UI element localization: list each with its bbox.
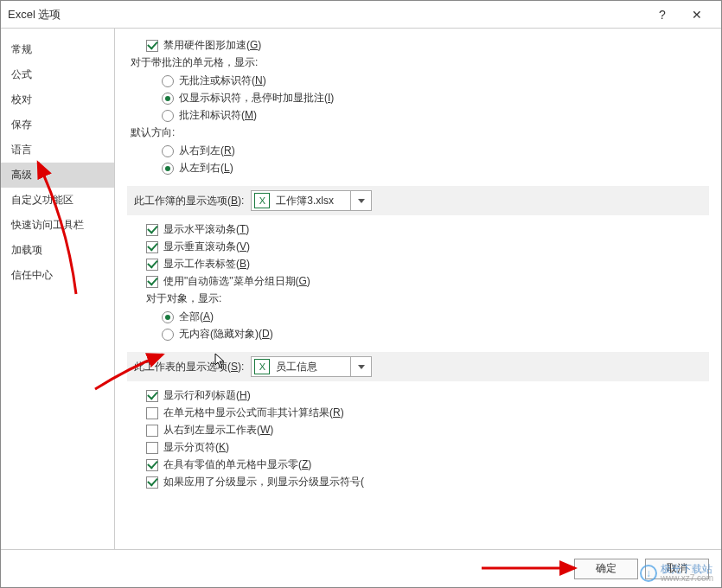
sidebar-item-label: 公式: [11, 68, 32, 80]
sidebar-item-label: 快速访问工具栏: [11, 219, 84, 231]
chevron-down-icon[interactable]: [350, 190, 371, 211]
radio-icon[interactable]: [162, 75, 174, 87]
objects-all[interactable]: 全部(A): [131, 310, 706, 324]
show-outline-symbols[interactable]: 如果应用了分级显示，则显示分级显示符号(: [131, 475, 706, 489]
objects-header: 对于对象，显示:: [131, 291, 706, 306]
sidebar-item-label: 保存: [11, 118, 32, 131]
radio-icon[interactable]: [162, 163, 174, 175]
checkbox-icon[interactable]: [146, 459, 158, 471]
dir-ltr[interactable]: 从左到右(L): [131, 161, 706, 176]
dialog-footer: 确定 取消: [1, 549, 721, 587]
combo-value: 工作簿3.xlsx: [272, 194, 350, 208]
chevron-down-icon[interactable]: [350, 356, 371, 377]
sidebar-item-customize-ribbon[interactable]: 自定义功能区: [1, 188, 114, 213]
sidebar-item-label: 加载项: [11, 244, 42, 256]
sidebar-item-trust-center[interactable]: 信任中心: [1, 263, 114, 288]
window-title: Excel 选项: [8, 7, 645, 22]
show-page-breaks[interactable]: 显示分页符(K): [131, 440, 706, 455]
checkbox-icon[interactable]: [146, 476, 158, 489]
checkbox-icon[interactable]: [146, 241, 158, 253]
disable-hw-accel-row[interactable]: 禁用硬件图形加速(G): [131, 38, 706, 53]
rtl-sheet[interactable]: 从右到左显示工作表(W): [131, 423, 706, 438]
checkbox-icon[interactable]: [146, 390, 158, 402]
radio-icon[interactable]: [162, 110, 174, 122]
sidebar-item-advanced[interactable]: 高级: [1, 163, 114, 188]
ok-button[interactable]: 确定: [574, 559, 638, 579]
close-button[interactable]: ✕: [680, 8, 714, 22]
radio-icon[interactable]: [162, 145, 174, 157]
checkbox-icon[interactable]: [146, 224, 158, 236]
checkbox-icon[interactable]: [146, 442, 158, 454]
checkbox-icon[interactable]: [146, 40, 158, 52]
worksheet-select[interactable]: X 员工信息: [251, 356, 372, 377]
radio-icon[interactable]: [162, 329, 174, 341]
workbook-display-section: 此工作簿的显示选项(B): X 工作簿3.xlsx: [127, 186, 709, 215]
sidebar-item-addins[interactable]: 加载项: [1, 238, 114, 263]
radio-icon[interactable]: [162, 311, 174, 323]
sidebar-item-language[interactable]: 语言: [1, 137, 114, 163]
sidebar: 常规 公式 校对 保存 语言 高级 自定义功能区 快速访问工具栏 加载项 信任中…: [1, 29, 115, 549]
sidebar-item-proofing[interactable]: 校对: [1, 87, 114, 112]
radio-icon[interactable]: [162, 93, 174, 105]
sidebar-item-label: 高级: [11, 169, 32, 181]
checkbox-icon[interactable]: [146, 425, 158, 437]
worksheet-display-section: 此工作表的显示选项(S): X 员工信息: [127, 352, 709, 381]
show-hscroll[interactable]: 显示水平滚动条(T): [131, 222, 706, 237]
checkbox-icon[interactable]: [146, 259, 158, 271]
sheet-icon: X: [254, 359, 270, 374]
titlebar: Excel 选项 ? ✕: [1, 1, 721, 29]
direction-header: 默认方向:: [131, 125, 706, 140]
watermark-url: www.xz7.com: [661, 574, 713, 583]
sidebar-item-label: 语言: [11, 144, 32, 156]
comments-opt-indicator[interactable]: 仅显示标识符，悬停时加显批注(I): [131, 91, 706, 105]
watermark: ↓ 极光下载站 www.xz7.com: [640, 564, 713, 583]
show-zeros[interactable]: 在具有零值的单元格中显示零(Z): [131, 457, 706, 472]
comments-opt-both[interactable]: 批注和标识符(M): [131, 108, 706, 123]
sidebar-item-label: 自定义功能区: [11, 194, 73, 206]
show-headers[interactable]: 显示行和列标题(H): [131, 388, 706, 403]
group-dates-autofilter[interactable]: 使用"自动筛选"菜单分组日期(G): [131, 274, 706, 289]
sidebar-item-label: 校对: [11, 93, 32, 105]
show-tabs[interactable]: 显示工作表标签(B): [131, 257, 706, 272]
comments-opt-none[interactable]: 无批注或标识符(N): [131, 74, 706, 88]
watermark-logo-icon: ↓: [640, 565, 657, 582]
sidebar-item-label: 常规: [11, 43, 32, 55]
comments-header: 对于带批注的单元格，显示:: [131, 55, 706, 70]
options-content: 禁用硬件图形加速(G) 对于带批注的单元格，显示: 无批注或标识符(N) 仅显示…: [115, 29, 721, 549]
combo-value: 员工信息: [272, 360, 350, 374]
show-vscroll[interactable]: 显示垂直滚动条(V): [131, 240, 706, 254]
sidebar-item-save[interactable]: 保存: [1, 112, 114, 137]
checkbox-icon[interactable]: [146, 407, 158, 419]
objects-none[interactable]: 无内容(隐藏对象)(D): [131, 327, 706, 342]
checkbox-icon[interactable]: [146, 276, 158, 288]
sidebar-item-general[interactable]: 常规: [1, 37, 114, 62]
sidebar-item-label: 信任中心: [11, 269, 53, 281]
sidebar-item-quick-access[interactable]: 快速访问工具栏: [1, 213, 114, 238]
sidebar-item-formulas[interactable]: 公式: [1, 62, 114, 87]
help-button[interactable]: ?: [645, 8, 680, 22]
excel-icon: X: [254, 193, 270, 208]
dir-rtl[interactable]: 从右到左(R): [131, 144, 706, 158]
workbook-select[interactable]: X 工作簿3.xlsx: [251, 190, 372, 211]
show-formulas[interactable]: 在单元格中显示公式而非其计算结果(R): [131, 406, 706, 420]
